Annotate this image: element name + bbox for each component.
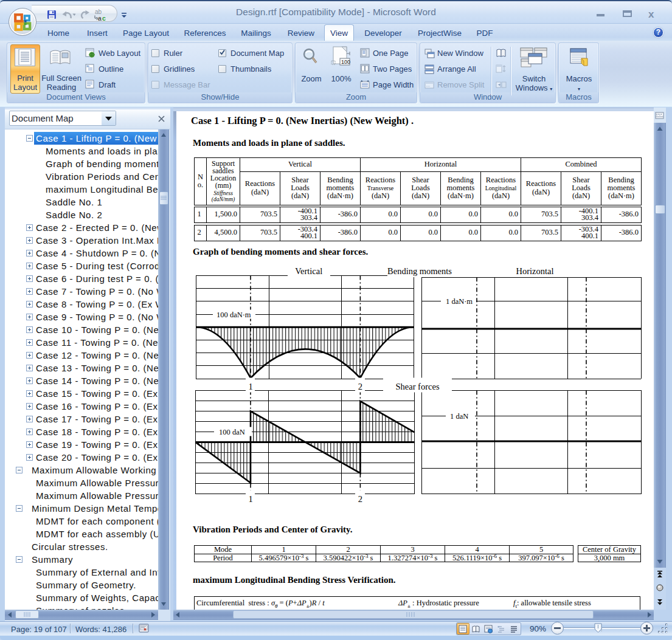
svg-text:100: 100	[341, 59, 350, 65]
svg-text:1: 1	[248, 494, 252, 504]
svg-text:2: 2	[358, 494, 362, 504]
svg-text:a: a	[98, 15, 102, 22]
svg-text:1 daN·m: 1 daN·m	[446, 297, 473, 306]
svg-text:Shear forces: Shear forces	[395, 382, 439, 391]
svg-text:100 daN·m: 100 daN·m	[216, 311, 251, 319]
svg-text:Horizontal: Horizontal	[516, 266, 553, 276]
svg-text:Vertical: Vertical	[295, 266, 322, 276]
svg-text:Bending moments: Bending moments	[387, 266, 452, 276]
svg-text:c: c	[102, 15, 106, 22]
svg-text:100 daN: 100 daN	[219, 428, 245, 436]
svg-text:2: 2	[358, 382, 362, 391]
svg-text:1 daN: 1 daN	[450, 412, 468, 421]
svg-text:1: 1	[248, 382, 252, 391]
